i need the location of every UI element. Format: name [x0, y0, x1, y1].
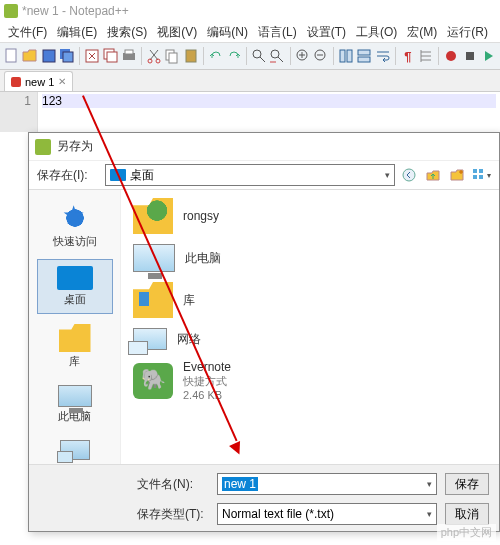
toolbar-separator	[246, 47, 247, 65]
zoom-out-icon[interactable]	[313, 46, 329, 66]
svg-point-15	[271, 50, 279, 58]
file-list[interactable]: rongsy 此电脑 库 网络 Evernote 快捷方式 2.46 KB	[121, 190, 499, 464]
toolbar-separator	[141, 47, 142, 65]
find-icon[interactable]	[251, 46, 267, 66]
menu-encoding[interactable]: 编码(N)	[203, 22, 252, 43]
new-file-icon[interactable]	[4, 46, 20, 66]
file-item-thispc[interactable]: 此电脑	[133, 244, 487, 272]
close-icon[interactable]	[84, 46, 100, 66]
save-button[interactable]: 保存	[445, 473, 489, 495]
place-libraries[interactable]: 库	[37, 318, 113, 375]
undo-icon[interactable]	[208, 46, 224, 66]
save-as-dialog: 另存为 保存在(I): 桌面 ▾ ▾ 快速访问 桌面 库	[28, 132, 500, 532]
toolbar-separator	[290, 47, 291, 65]
file-item-libraries[interactable]: 库	[133, 282, 487, 318]
network-icon	[60, 440, 90, 460]
menu-search[interactable]: 搜索(S)	[103, 22, 151, 43]
menubar: 文件(F) 编辑(E) 搜索(S) 视图(V) 编码(N) 语言(L) 设置(T…	[0, 22, 500, 42]
line-number-gutter: 1	[0, 92, 38, 132]
star-icon	[59, 204, 91, 232]
menu-settings[interactable]: 设置(T)	[303, 22, 350, 43]
close-all-icon[interactable]	[102, 46, 118, 66]
filetype-row: 保存类型(T): Normal text file (*.txt) ▾ 取消	[137, 503, 489, 525]
toolbar-separator	[333, 47, 334, 65]
sync-v-icon[interactable]	[338, 46, 354, 66]
menu-macro[interactable]: 宏(M)	[403, 22, 441, 43]
editor-area[interactable]: 1 123	[0, 92, 500, 132]
save-in-combo[interactable]: 桌面 ▾	[105, 164, 395, 186]
copy-icon[interactable]	[164, 46, 180, 66]
code-line-1[interactable]: 123	[42, 94, 496, 108]
zoom-in-icon[interactable]	[294, 46, 310, 66]
file-label: Evernote	[183, 360, 231, 374]
code-area[interactable]: 123	[38, 92, 500, 132]
user-folder-icon	[133, 198, 173, 234]
file-item-user[interactable]: rongsy	[133, 198, 487, 234]
place-label: 快速访问	[53, 234, 97, 249]
svg-rect-21	[358, 57, 370, 62]
cut-icon[interactable]	[146, 46, 162, 66]
toolbar-separator	[438, 47, 439, 65]
menu-tools[interactable]: 工具(O)	[352, 22, 401, 43]
menu-language[interactable]: 语言(L)	[254, 22, 301, 43]
replace-icon[interactable]	[269, 46, 285, 66]
file-item-network[interactable]: 网络	[133, 328, 487, 350]
dialog-bottom: 文件名(N): new 1 ▾ 保存 保存类型(T): Normal text …	[29, 464, 499, 531]
dialog-body: 快速访问 桌面 库 此电脑 网络 rongsy	[29, 189, 499, 464]
place-desktop[interactable]: 桌面	[37, 259, 113, 314]
back-button[interactable]	[399, 165, 419, 185]
tab-close-icon[interactable]: ✕	[58, 76, 66, 87]
app-titlebar: *new 1 - Notepad++	[0, 0, 500, 22]
place-network[interactable]: 网络	[37, 434, 113, 464]
menu-edit[interactable]: 编辑(E)	[53, 22, 101, 43]
wrap-icon[interactable]	[375, 46, 391, 66]
desktop-icon	[110, 169, 126, 181]
record-macro-icon[interactable]	[443, 46, 459, 66]
file-size-label: 2.46 KB	[183, 389, 231, 401]
filetype-combo[interactable]: Normal text file (*.txt) ▾	[217, 503, 437, 525]
svg-rect-27	[473, 175, 477, 179]
svg-rect-3	[63, 52, 73, 62]
network-icon	[133, 328, 167, 350]
dropdown-arrow-icon: ▾	[427, 479, 432, 489]
place-this-pc[interactable]: 此电脑	[37, 379, 113, 430]
cancel-button[interactable]: 取消	[445, 503, 489, 525]
print-icon[interactable]	[121, 46, 137, 66]
view-mode-button[interactable]: ▾	[471, 165, 491, 185]
svg-point-14	[253, 50, 261, 58]
redo-icon[interactable]	[226, 46, 242, 66]
dialog-location-row: 保存在(I): 桌面 ▾ ▾	[29, 161, 499, 189]
window-title: *new 1 - Notepad++	[22, 4, 129, 18]
paste-icon[interactable]	[182, 46, 198, 66]
save-in-value: 桌面	[130, 167, 154, 184]
tab-new1[interactable]: new 1 ✕	[4, 71, 73, 91]
dialog-icon	[35, 139, 51, 155]
svg-rect-18	[340, 50, 345, 62]
filename-value: new 1	[222, 477, 258, 491]
tab-modified-icon	[11, 77, 21, 87]
menu-run[interactable]: 运行(R)	[443, 22, 492, 43]
save-all-icon[interactable]	[59, 46, 75, 66]
svg-rect-28	[479, 175, 483, 179]
menu-file[interactable]: 文件(F)	[4, 22, 51, 43]
new-folder-button[interactable]	[447, 165, 467, 185]
menu-view[interactable]: 视图(V)	[153, 22, 201, 43]
filename-input[interactable]: new 1 ▾	[217, 473, 437, 495]
svg-rect-25	[473, 169, 477, 173]
library-icon	[59, 324, 91, 352]
up-button[interactable]	[423, 165, 443, 185]
open-file-icon[interactable]	[22, 46, 38, 66]
show-all-icon[interactable]: ¶	[400, 46, 416, 66]
play-macro-icon[interactable]	[480, 46, 496, 66]
filename-label: 文件名(N):	[137, 476, 209, 493]
file-item-evernote[interactable]: Evernote 快捷方式 2.46 KB	[133, 360, 487, 401]
place-quick-access[interactable]: 快速访问	[37, 198, 113, 255]
sync-h-icon[interactable]	[356, 46, 372, 66]
indent-guide-icon[interactable]	[418, 46, 434, 66]
app-icon	[4, 4, 18, 18]
evernote-icon	[133, 363, 173, 399]
pc-icon	[58, 385, 92, 407]
file-label: 网络	[177, 331, 201, 348]
stop-macro-icon[interactable]	[461, 46, 477, 66]
save-icon[interactable]	[41, 46, 57, 66]
